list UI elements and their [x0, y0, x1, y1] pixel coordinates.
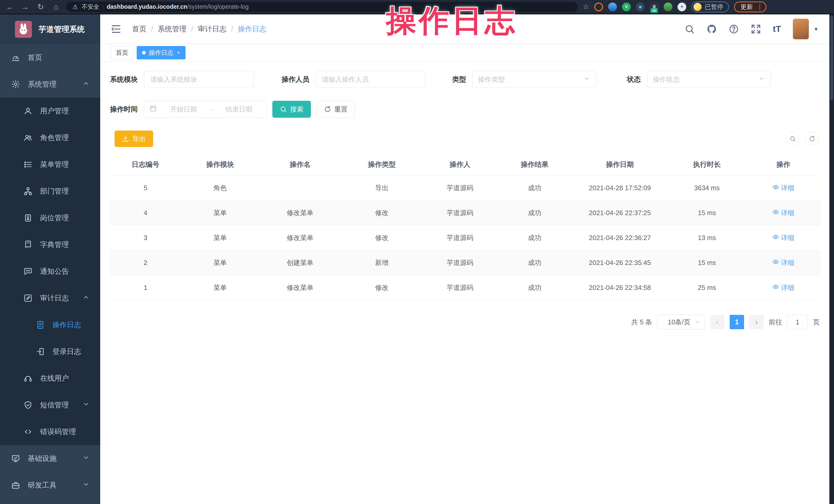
chevron-down-icon: [83, 454, 89, 463]
cell: 修改菜单: [259, 275, 341, 300]
close-icon[interactable]: ×: [177, 50, 180, 56]
sidebar-item-短信管理[interactable]: 短信管理: [0, 392, 100, 418]
toggle-search-button[interactable]: [786, 132, 799, 146]
extension-puzzle[interactable]: ✦: [678, 3, 686, 11]
sidebar-collapse-icon[interactable]: [110, 23, 122, 35]
url-host: dashboard.yudao.iocoder.cn: [107, 3, 187, 10]
detail-link[interactable]: 详细: [772, 233, 794, 242]
home-icon[interactable]: ⌂: [51, 3, 61, 11]
page-number-1[interactable]: 1: [730, 315, 744, 329]
cell: 芋道源码: [423, 225, 497, 250]
extension-green-leaf[interactable]: [664, 3, 673, 11]
refresh-table-button[interactable]: [805, 132, 819, 146]
cell: 2021-04-26 22:35:45: [572, 250, 668, 275]
breadcrumb-separator: /: [231, 25, 233, 33]
tag-tab-操作日志[interactable]: 操作日志×: [137, 46, 185, 59]
breadcrumb-item-系统管理[interactable]: 系统管理: [158, 24, 186, 34]
sidebar-item-错误码管理[interactable]: 错误码管理: [0, 418, 100, 445]
breadcrumb-item-操作日志: 操作日志: [238, 24, 266, 34]
extension-green-v[interactable]: V: [622, 3, 631, 11]
extension-orange-ring[interactable]: [594, 3, 603, 11]
type-select[interactable]: 操作类型: [472, 71, 596, 88]
page-size-value: 10条/页: [664, 318, 695, 327]
prev-page-button[interactable]: ‹: [710, 315, 725, 329]
sidebar-item-岗位管理[interactable]: 岗位管理: [0, 204, 100, 231]
sidebar-item-首页[interactable]: 首页: [0, 44, 100, 71]
sidebar-item-系统管理[interactable]: 系统管理: [0, 71, 100, 98]
sidebar-item-角色管理[interactable]: 角色管理: [0, 125, 100, 151]
module-input[interactable]: [144, 71, 254, 88]
detail-link[interactable]: 详细: [772, 283, 794, 292]
forward-arrow-icon[interactable]: →: [20, 3, 30, 11]
back-arrow-icon[interactable]: ←: [5, 3, 15, 11]
paused-extension-pill[interactable]: 已暂停: [692, 2, 729, 12]
sidebar-item-在线用户[interactable]: 在线用户: [0, 365, 100, 392]
page-size-select[interactable]: 10条/页: [657, 314, 705, 329]
sidebar-item-操作日志[interactable]: 操作日志: [0, 311, 100, 338]
breadcrumb-item-首页[interactable]: 首页: [132, 24, 147, 34]
cell: [259, 176, 341, 200]
cell: 成功: [497, 275, 572, 300]
content-area: 系统模块 操作人员 类型 操作类型 状态 操作状态: [100, 62, 834, 504]
column-header-操作日期: 操作日期: [572, 155, 668, 176]
extension-stack[interactable]: ≣on: [650, 3, 659, 11]
cell: 芋道源码: [423, 176, 497, 200]
sidebar-item-部门管理[interactable]: 部门管理: [0, 178, 100, 204]
avatar[interactable]: [793, 19, 809, 39]
sidebar-item-菜单管理[interactable]: 菜单管理: [0, 151, 100, 178]
font-size-icon[interactable]: tT: [773, 24, 781, 34]
sidebar-item-基础设施[interactable]: 基础设施: [0, 445, 100, 472]
sidebar-item-研发工具[interactable]: 研发工具: [0, 472, 100, 499]
goto-page-input[interactable]: [787, 315, 808, 329]
scrollbar-thumb[interactable]: [830, 16, 833, 100]
breadcrumb-separator: /: [151, 25, 153, 33]
tag-tab-首页[interactable]: 首页: [110, 46, 134, 59]
bookmark-star-icon[interactable]: ☆: [583, 3, 589, 11]
cell: 5: [110, 176, 181, 200]
detail-link[interactable]: 详细: [772, 209, 794, 217]
sidebar-item-字典管理[interactable]: 字典管理: [0, 231, 100, 258]
sidebar-logo-row[interactable]: 芋道管理系统: [0, 15, 100, 44]
browser-scrollbar[interactable]: [829, 15, 834, 504]
sms-shield-icon: [24, 401, 32, 410]
browser-update-button[interactable]: 更新 ⋮: [734, 2, 766, 12]
operator-input[interactable]: [315, 71, 425, 88]
next-page-button[interactable]: ›: [749, 315, 764, 329]
sidebar-item-用户管理[interactable]: 用户管理: [0, 98, 100, 125]
search-icon[interactable]: [684, 24, 695, 34]
cell: 修改菜单: [259, 200, 341, 225]
export-button[interactable]: 导出: [115, 131, 153, 147]
search-button[interactable]: 搜索: [272, 101, 311, 118]
sidebar-item-审计日志[interactable]: 审计日志: [0, 285, 100, 311]
detail-link[interactable]: 详细: [772, 183, 794, 193]
operate-log-table: 日志编号操作模块操作名操作类型操作人操作结果操作日期执行时长操作 5角色导出芋道…: [110, 155, 821, 300]
eye-icon: [772, 184, 779, 192]
fullscreen-icon[interactable]: [751, 24, 761, 34]
detail-link-label: 详细: [781, 233, 794, 242]
sidebar-item-登录日志[interactable]: 登录日志: [0, 338, 100, 365]
sidebar-item-通知公告[interactable]: 通知公告: [0, 258, 100, 285]
help-icon[interactable]: [729, 24, 739, 34]
notice-icon: [24, 267, 32, 276]
date-range-picker[interactable]: 开始日期 - 结束日期: [144, 101, 267, 118]
extension-icons: V◆≣on✦: [594, 3, 686, 11]
address-bar[interactable]: ⚠ 不安全 dashboard.yudao.iocoder.cn/system/…: [66, 2, 577, 12]
github-icon[interactable]: [706, 24, 717, 34]
extension-blue-pin[interactable]: [608, 3, 617, 11]
status-select[interactable]: 操作状态: [647, 71, 771, 88]
error-code-icon: [24, 428, 32, 436]
sidebar-item-label: 操作日志: [52, 320, 81, 330]
sidebar-item-label: 用户管理: [40, 106, 69, 116]
detail-link[interactable]: 详细: [772, 258, 794, 267]
breadcrumb-item-审计日志[interactable]: 审计日志: [198, 24, 227, 34]
user-menu[interactable]: ▾: [793, 19, 817, 39]
reload-icon[interactable]: ↻: [36, 2, 46, 11]
sidebar-item-label: 通知公告: [40, 266, 69, 276]
extension-blue-gem[interactable]: ◆: [636, 3, 645, 11]
kebab-menu-icon[interactable]: ⋮: [756, 3, 763, 11]
chevron-down-icon: [83, 481, 89, 489]
reset-button[interactable]: 重置: [316, 101, 355, 118]
sidebar-item-label: 研发工具: [28, 480, 57, 490]
url-path: /system/log/operate-log: [187, 3, 249, 10]
detail-link-label: 详细: [781, 209, 794, 217]
